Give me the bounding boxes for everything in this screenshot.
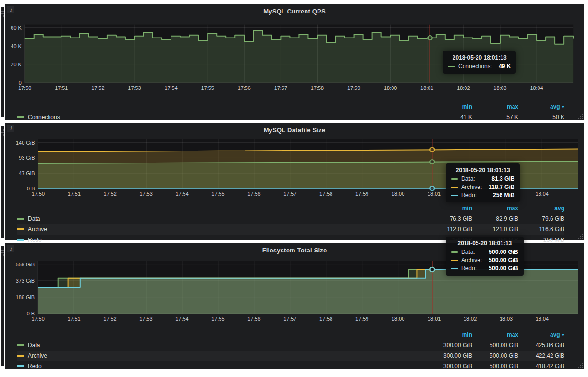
- legend-row-archive: Archive112.0 GiB121.0 GiB116.6 GiB: [17, 224, 564, 235]
- x-axis-tick: 17:51: [68, 191, 81, 197]
- legend-avg-value: 425.86 GiB: [518, 342, 564, 349]
- series-color-dash-icon: [451, 178, 458, 180]
- y-axis-tick: 559 GiB: [16, 262, 35, 267]
- x-axis-tick: 17:50: [31, 316, 44, 322]
- legend-sort-max[interactable]: max: [472, 331, 518, 338]
- x-axis-tick: 17:52: [103, 316, 116, 322]
- legend-sort-avg[interactable]: avg ▾: [518, 331, 564, 338]
- tooltip-row: Redo:256 MiB: [451, 192, 514, 199]
- legend-header: minmaxavg ▾: [17, 329, 564, 340]
- x-axis-tick: 17:50: [18, 85, 31, 91]
- row-drag-handle[interactable]: [1, 246, 4, 366]
- legend-series-redo[interactable]: Redo: [17, 363, 426, 370]
- legend-min-value: 112.0 GiB: [426, 226, 472, 233]
- x-axis-tick: 17:55: [211, 191, 224, 197]
- drag-dots-icon: [1, 129, 4, 137]
- x-axis-tick: 17:55: [201, 85, 214, 91]
- x-axis-tick: 18:00: [384, 85, 397, 91]
- legend-row-data: Data76.3 GiB82.9 GiB79.6 GiB: [17, 214, 564, 224]
- x-axis-tick: 18:02: [457, 85, 470, 91]
- x-axis-tick: 17:57: [274, 85, 287, 91]
- tooltip-series-label: Archive:: [461, 257, 482, 264]
- y-axis-tick: 40 K: [11, 43, 22, 49]
- legend-min-value: 300.00 GiB: [426, 342, 472, 349]
- tooltip-timestamp: 2018-05-20 18:01:13: [448, 54, 511, 61]
- legend-min-value: 76.3 GiB: [426, 215, 472, 222]
- tooltip-row: Data:81.3 GiB: [451, 176, 514, 182]
- row-drag-handle[interactable]: [1, 126, 4, 238]
- tooltip-row: Archive:118.7 GiB: [451, 184, 514, 190]
- y-axis-tick: 0: [19, 80, 22, 86]
- legend-min-value: 41 K: [426, 114, 472, 121]
- legend-series-data[interactable]: Data: [17, 342, 426, 349]
- x-axis-tick: 18:04: [530, 85, 543, 91]
- x-axis-tick: 17:56: [247, 191, 260, 197]
- legend-max-value: 500.00 GiB: [472, 363, 518, 370]
- legend-sort-min[interactable]: min: [426, 205, 472, 212]
- legend-row-redo: Redo300.00 GiB500.00 GiB418.42 GiB: [17, 361, 564, 372]
- legend-series-connections[interactable]: Connections: [17, 114, 426, 121]
- tooltip-series-label: Archive:: [461, 184, 482, 190]
- x-axis-tick: 18:03: [493, 85, 506, 91]
- x-axis-tick: 17:54: [164, 85, 177, 91]
- x-axis-tick: 17:54: [175, 316, 188, 322]
- tooltip-series-label: Redo:: [461, 265, 477, 272]
- y-axis-tick: 0 B: [27, 311, 35, 316]
- legend-max-value: 500.00 GiB: [472, 352, 518, 359]
- legend-max-value: 500.00 GiB: [472, 342, 518, 349]
- x-axis-tick: 17:50: [32, 191, 45, 197]
- x-axis-tick: 18:01: [420, 85, 433, 91]
- x-axis-tick: 17:58: [311, 85, 324, 91]
- legend-avg-value: 116.6 GiB: [518, 226, 564, 233]
- x-axis-tick: 17:58: [319, 191, 332, 197]
- legend-min-value: 300.00 GiB: [426, 363, 472, 370]
- x-axis-tick: 18:01: [428, 316, 441, 322]
- tooltip-series-value: 81.3 GiB: [485, 176, 514, 182]
- tooltip-timestamp: 2018-05-20 18:01:13: [451, 240, 518, 247]
- series-color-dash-icon: [448, 66, 455, 67]
- x-axis-tick: 17:55: [211, 316, 224, 322]
- legend-min-value: 300.00 GiB: [426, 352, 472, 359]
- x-axis-tick: 17:59: [355, 316, 368, 322]
- x-axis-tick: 17:59: [347, 85, 360, 91]
- drag-dots-icon: [1, 250, 4, 257]
- series-color-dash-icon: [17, 365, 24, 367]
- x-axis-tick: 18:00: [392, 316, 404, 322]
- legend-header: minmaxavg ▾: [17, 101, 564, 112]
- legend-series-archive[interactable]: Archive: [17, 352, 426, 359]
- drag-dots-icon: [1, 11, 4, 18]
- legend-sort-min[interactable]: min: [426, 331, 472, 338]
- series-color-dash-icon: [17, 218, 24, 220]
- legend-max-value: 82.9 GiB: [472, 215, 518, 222]
- x-axis-tick: 18:01: [428, 191, 441, 197]
- legend-sort-max[interactable]: max: [472, 103, 518, 110]
- row-drag-handle[interactable]: [1, 7, 4, 117]
- crosshair-marker: [428, 36, 432, 40]
- y-axis-tick: 373 GiB: [16, 278, 35, 284]
- y-axis-tick: 60 K: [11, 25, 22, 31]
- series-color-dash-icon: [451, 195, 458, 196]
- tooltip: 2018-05-20 18:01:13 Data:500.00 GiBArchi…: [446, 237, 524, 276]
- legend-sort-avg[interactable]: avg ▾: [518, 103, 564, 110]
- legend-avg-value: 50 K: [518, 114, 564, 121]
- legend-max-value: 121.0 GiB: [472, 226, 518, 233]
- x-axis-tick: 18:02: [464, 316, 477, 322]
- tooltip-row: Data:500.00 GiB: [451, 249, 518, 255]
- legend-series-archive[interactable]: Archive: [17, 226, 426, 233]
- series-color-dash-icon: [17, 116, 24, 118]
- x-axis-tick: 17:53: [128, 85, 141, 91]
- tooltip: 2018-05-20 18:01:13 Data:81.3 GiBArchive…: [446, 163, 520, 202]
- legend-sort-min[interactable]: min: [426, 103, 472, 110]
- tooltip-series-value: 500.00 GiB: [482, 249, 518, 255]
- crosshair-marker: [430, 186, 434, 190]
- y-axis-tick: 140 GiB: [16, 140, 35, 146]
- legend-max-value: 57 K: [472, 114, 518, 121]
- x-axis-tick: 17:51: [67, 316, 80, 322]
- legend-sort-avg[interactable]: avg: [518, 205, 564, 212]
- legend-series-data[interactable]: Data: [17, 215, 426, 222]
- legend-sort-max[interactable]: max: [472, 205, 518, 212]
- legend-series-redo[interactable]: Redo: [17, 237, 426, 243]
- tooltip-row: Archive:500.00 GiB: [451, 257, 518, 264]
- series-color-dash-icon: [17, 239, 24, 241]
- series-color-dash-icon: [17, 344, 24, 346]
